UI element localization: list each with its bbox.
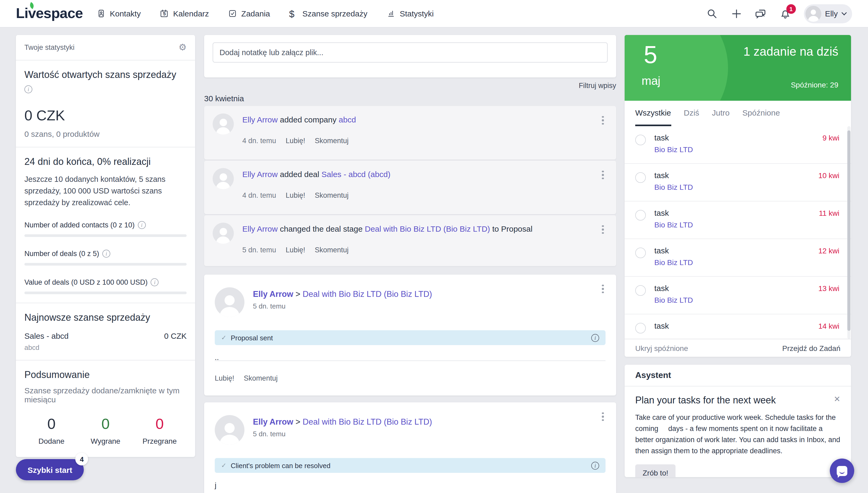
task-title[interactable]: task (654, 208, 669, 217)
notifications-bell-icon[interactable]: 1 (780, 8, 791, 19)
task-checkbox[interactable] (635, 135, 646, 145)
task-checkbox[interactable] (635, 323, 646, 334)
stat-added: 0 Dodane (24, 416, 79, 446)
kebab-menu-icon[interactable] (598, 411, 608, 423)
task-company-link[interactable]: Bio Biz LTD (654, 258, 693, 266)
nav-item-statystyki[interactable]: Statystyki (386, 9, 434, 18)
task-due-date: 11 kwi (819, 209, 839, 217)
timestamp: 5 dn. temu (242, 246, 276, 254)
tab-jutro[interactable]: Jutro (712, 108, 729, 126)
topbar-actions: 1 Elly (706, 4, 852, 23)
task-title[interactable]: task (654, 321, 669, 330)
actor-link[interactable]: Elly Arrow (242, 115, 278, 124)
timestamp: 5 dn. temu (253, 430, 285, 438)
stats-sidebar: Twoje statystyki Wartość otwartych szans… (16, 35, 195, 457)
task-checkbox[interactable] (635, 172, 646, 183)
kebab-menu-icon[interactable] (598, 283, 608, 295)
task-company-link[interactable]: Bio Biz LTD (654, 296, 693, 304)
gear-icon[interactable] (179, 42, 187, 53)
info-icon[interactable] (151, 279, 159, 286)
like-link[interactable]: Lubię! (286, 191, 305, 199)
user-menu[interactable]: Elly (804, 4, 852, 23)
task-title[interactable]: task (654, 246, 669, 255)
stat-value: 0 (132, 416, 187, 433)
stat-label: Dodane (24, 437, 79, 446)
task-company-link[interactable]: Bio Biz LTD (654, 183, 693, 191)
actor-link[interactable]: Elly Arrow (253, 417, 293, 426)
task-title[interactable]: task (654, 284, 669, 293)
info-icon[interactable] (102, 250, 110, 258)
timestamp: 4 dn. temu (242, 191, 276, 199)
search-icon[interactable] (706, 8, 718, 19)
like-link[interactable]: Lubię! (215, 374, 234, 382)
target-link[interactable]: abcd (339, 115, 356, 124)
action-text: added deal (278, 170, 321, 179)
actor-link[interactable]: Elly Arrow (242, 224, 278, 233)
note-input[interactable] (213, 42, 608, 63)
info-icon[interactable] (24, 85, 33, 93)
kebab-menu-icon[interactable] (598, 114, 608, 126)
add-icon[interactable] (731, 8, 742, 19)
filter-entries-link[interactable]: Filtruj wpisy (579, 82, 616, 90)
quick-start-badge: 4 (75, 453, 88, 466)
task-checkbox[interactable] (635, 210, 646, 220)
notification-badge: 1 (786, 4, 796, 14)
task-company-link[interactable]: Bio Biz LTD (654, 145, 693, 154)
metric-label: Number of deals (0 z 5) (24, 250, 99, 258)
day-number: 5 (644, 40, 657, 69)
nav-item-kontakty[interactable]: Kontakty (97, 9, 141, 18)
decorative-circle (624, 35, 728, 101)
stat-label: Wygrane (79, 437, 132, 446)
quick-start-button[interactable]: Szybki start 4 (16, 459, 84, 480)
comment-link[interactable]: Skomentuj (315, 137, 348, 145)
tasks-headline: 1 zadanie na dziś (743, 45, 838, 59)
nav-item-szanse-sprzedazy[interactable]: Szanse sprzedaży (289, 9, 367, 18)
task-company-link[interactable]: Bio Biz LTD (654, 220, 693, 229)
task-title[interactable]: task (654, 171, 669, 180)
stat-value: 0 (24, 416, 79, 433)
task-row: task Bio Biz LTD 12 kwi (624, 239, 851, 277)
do-it-button[interactable]: Zrób to! (635, 464, 676, 477)
actor-link[interactable]: Elly Arrow (253, 290, 293, 298)
tab-wszystkie[interactable]: Wszystkie (635, 108, 671, 126)
info-icon[interactable] (591, 334, 599, 342)
task-checkbox[interactable] (635, 248, 646, 258)
feed-item: Elly Arrow changed the deal stage Deal w… (204, 215, 616, 266)
target-link[interactable]: Sales - abcd (abcd) (322, 170, 390, 179)
summary-section: Podsumowanie Szanse sprzedaży dodane/zam… (16, 361, 195, 457)
info-icon[interactable] (591, 462, 599, 469)
deal-name-link[interactable]: Sales - abcd (24, 331, 69, 340)
kebab-menu-icon[interactable] (598, 169, 608, 181)
like-link[interactable]: Lubię! (286, 137, 305, 145)
tab-dzis[interactable]: Dziś (684, 108, 699, 126)
comment-link[interactable]: Skomentuj (315, 191, 348, 199)
check-icon: ✓ (221, 462, 227, 469)
target-link[interactable]: Deal with Bio Biz LTD (Bio Biz LTD) (303, 417, 432, 426)
feed-item: Elly Arrow added company abcd 4 dn. temu… (204, 106, 616, 159)
banner-text: Client's problem can be resolved (231, 462, 330, 469)
tab-spoznione[interactable]: Spóźnione (742, 108, 780, 126)
target-link[interactable]: Deal with Bio Biz LTD (Bio Biz LTD) (365, 224, 490, 233)
feed-item-title: Elly Arrow added company abcd (242, 114, 590, 125)
comment-link[interactable]: Skomentuj (244, 374, 278, 382)
messages-icon[interactable] (755, 8, 767, 19)
go-to-tasks-link[interactable]: Przejdź do Zadań (782, 344, 841, 352)
close-icon[interactable] (834, 395, 841, 403)
stat-lost: 0 Przegrane (132, 416, 187, 446)
actor-link[interactable]: Elly Arrow (242, 170, 278, 179)
like-link[interactable]: Lubię! (286, 246, 305, 254)
deals-icon (289, 9, 298, 18)
info-icon[interactable] (138, 221, 146, 229)
kebab-menu-icon[interactable] (598, 224, 608, 235)
chat-widget-button[interactable] (830, 458, 854, 483)
nav-label: Zadania (241, 9, 270, 18)
livespace-logo[interactable]: Livespace (16, 5, 83, 22)
target-link[interactable]: Deal with Bio Biz LTD (Bio Biz LTD) (303, 290, 432, 298)
nav-item-zadania[interactable]: Zadania (228, 9, 270, 18)
comment-link[interactable]: Skomentuj (315, 246, 348, 254)
scrollbar-thumb[interactable] (847, 130, 850, 331)
hide-overdue-link[interactable]: Ukryj spóźnione (635, 344, 688, 352)
task-title[interactable]: task (654, 133, 669, 142)
task-checkbox[interactable] (635, 285, 646, 296)
nav-item-kalendarz[interactable]: 5 Kalendarz (160, 9, 209, 18)
